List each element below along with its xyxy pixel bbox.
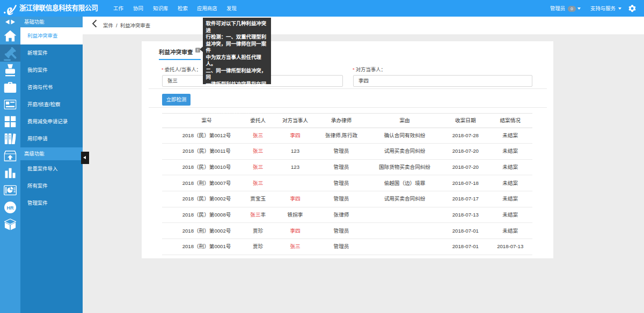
svg-text:HR: HR <box>7 205 14 211</box>
